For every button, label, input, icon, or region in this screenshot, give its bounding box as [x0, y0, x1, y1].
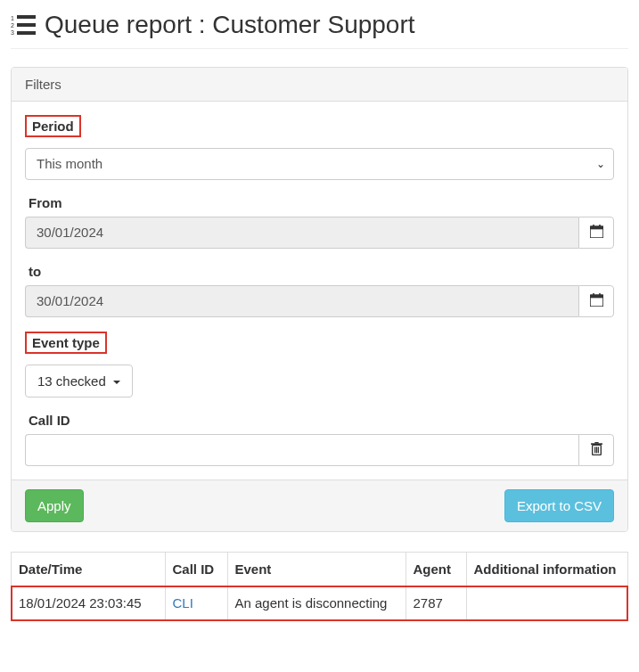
svg-rect-9 — [599, 225, 601, 227]
from-label: From — [25, 194, 66, 211]
cell-agent: 2787 — [406, 586, 466, 620]
col-datetime: Date/Time — [12, 553, 165, 586]
filters-title: Filters — [12, 68, 627, 102]
page-header: 1 2 3 Queue report : Customer Support — [11, 11, 628, 49]
table-row: 18/01/2024 23:03:45CLIAn agent is discon… — [12, 586, 627, 620]
cell-event: An agent is disconnecting — [227, 586, 406, 620]
from-date-picker-button[interactable] — [578, 217, 614, 249]
svg-rect-7 — [590, 226, 603, 229]
calendar-icon — [590, 293, 603, 309]
svg-text:1: 1 — [11, 15, 14, 21]
svg-rect-12 — [593, 293, 594, 296]
table-header-row: Date/Time Call ID Event Agent Additional… — [12, 553, 627, 586]
cell-datetime: 18/01/2024 23:03:45 — [12, 586, 165, 620]
svg-text:2: 2 — [11, 22, 14, 29]
col-event: Event — [227, 553, 406, 586]
to-label: to — [25, 263, 45, 280]
list-ol-icon: 1 2 3 — [11, 14, 36, 36]
svg-rect-13 — [599, 293, 601, 296]
export-csv-button[interactable]: Export to CSV — [504, 489, 614, 522]
event-type-label: Event type — [25, 332, 107, 354]
svg-rect-16 — [594, 442, 598, 444]
svg-rect-19 — [597, 447, 598, 453]
period-label: Period — [25, 115, 81, 137]
col-additional: Additional information — [466, 553, 627, 586]
svg-rect-8 — [593, 225, 594, 227]
svg-text:3: 3 — [11, 29, 14, 36]
col-agent: Agent — [406, 553, 466, 586]
trash-icon — [590, 442, 603, 458]
svg-rect-3 — [17, 23, 36, 27]
col-callid: Call ID — [165, 553, 227, 586]
event-type-dropdown[interactable]: 13 checked — [25, 365, 133, 397]
event-type-value: 13 checked — [37, 373, 106, 389]
results-table-wrap: Date/Time Call ID Event Agent Additional… — [11, 552, 628, 621]
svg-rect-11 — [590, 295, 603, 298]
apply-button[interactable]: Apply — [25, 489, 84, 522]
results-table: Date/Time Call ID Event Agent Additional… — [12, 553, 627, 620]
calendar-icon — [590, 225, 603, 241]
svg-rect-5 — [17, 31, 36, 35]
to-date-input[interactable]: 30/01/2024 — [25, 285, 578, 317]
svg-rect-18 — [595, 447, 596, 453]
cell-callid[interactable]: CLI — [165, 586, 227, 620]
call-id-label: Call ID — [25, 412, 74, 429]
call-id-input[interactable] — [25, 434, 578, 466]
clear-call-id-button[interactable] — [578, 434, 614, 466]
period-select[interactable]: This month — [25, 148, 614, 180]
filters-panel: Filters Period This month ⌄ From 30/01/2… — [11, 67, 628, 532]
caret-down-icon — [113, 381, 120, 384]
to-date-picker-button[interactable] — [578, 285, 614, 317]
cell-additional — [466, 586, 627, 620]
svg-rect-17 — [594, 447, 595, 453]
page-title: Queue report : Customer Support — [45, 11, 415, 39]
from-date-input[interactable]: 30/01/2024 — [25, 217, 578, 249]
svg-rect-1 — [17, 15, 36, 19]
